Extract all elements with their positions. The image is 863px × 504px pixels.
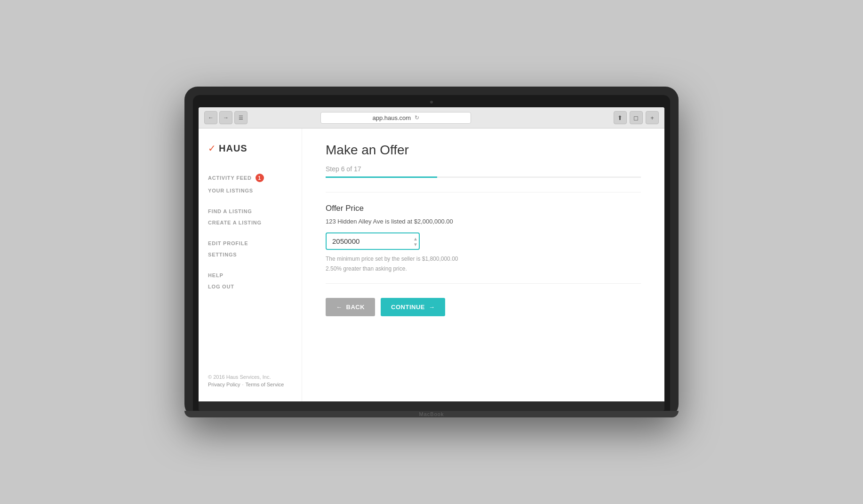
activity-feed-badge: 1	[256, 174, 264, 182]
main-content: Make an Offer Step 6 of 17 Offer Price 1…	[302, 128, 664, 401]
sidebar-item-activity-feed[interactable]: ACTIVITY FEED 1	[208, 171, 292, 185]
percent-helper: 2.50% greater than asking price.	[326, 265, 641, 272]
forward-nav-button[interactable]: →	[219, 111, 232, 124]
step-progress-fill	[326, 176, 437, 178]
browser-actions: ⬆ ◻ +	[614, 111, 659, 124]
listing-info-text: 123 Hidden Alley Ave is listed at $2,000…	[326, 218, 641, 225]
share-button[interactable]: ⬆	[614, 111, 627, 124]
top-divider	[326, 192, 641, 192]
address-bar[interactable]: app.haus.com ↻	[320, 112, 471, 124]
help-label: HELP	[208, 272, 224, 278]
terms-of-service-link[interactable]: Terms of Service	[246, 382, 284, 387]
laptop-frame: ← → ☰ app.haus.com ↻ ⬆ ◻ +	[184, 87, 679, 417]
privacy-policy-link[interactable]: Privacy Policy	[208, 382, 240, 387]
browser-toolbar: ← → ☰ app.haus.com ↻ ⬆ ◻ +	[199, 107, 664, 128]
sidebar: ✓ HAUS ACTIVITY FEED 1 YOUR LISTINGS	[199, 128, 302, 401]
laptop-base: MacBook	[184, 411, 679, 417]
browser-window: ← → ☰ app.haus.com ↻ ⬆ ◻ +	[199, 107, 664, 401]
screen-bezel: ← → ☰ app.haus.com ↻ ⬆ ◻ +	[193, 95, 670, 411]
nav-group-main: ACTIVITY FEED 1 YOUR LISTINGS	[208, 171, 292, 196]
find-listing-label: FIND A LISTING	[208, 208, 252, 214]
logo-text: HAUS	[219, 143, 248, 154]
continue-button-label: CONTINUE	[391, 304, 425, 311]
settings-label: SETTINGS	[208, 252, 237, 257]
sidebar-item-settings[interactable]: SETTINGS	[208, 249, 292, 260]
continue-button[interactable]: CONTINUE →	[381, 298, 445, 316]
create-listing-label: CREATE A LISTING	[208, 220, 262, 225]
sidebar-item-edit-profile[interactable]: EDIT PROFILE	[208, 238, 292, 249]
min-price-helper: The minimum price set by the seller is $…	[326, 255, 641, 264]
continue-arrow-icon: →	[429, 304, 435, 311]
offer-price-title: Offer Price	[326, 204, 641, 213]
back-nav-button[interactable]: ←	[204, 111, 217, 124]
footer-links: Privacy Policy · Terms of Service	[208, 382, 292, 387]
logo-icon: ✓	[208, 143, 216, 154]
sidebar-item-logout[interactable]: LOG OUT	[208, 281, 292, 292]
nav-group-listings: FIND A LISTING CREATE A LISTING	[208, 206, 292, 228]
spinner-down-icon[interactable]: ▼	[413, 241, 418, 247]
nav-group-account: EDIT PROFILE SETTINGS	[208, 238, 292, 260]
sidebar-item-help[interactable]: HELP	[208, 270, 292, 281]
logo-area: ✓ HAUS	[208, 143, 292, 154]
sidebar-item-create-listing[interactable]: CREATE A LISTING	[208, 217, 292, 228]
app-layout: ✓ HAUS ACTIVITY FEED 1 YOUR LISTINGS	[199, 128, 664, 401]
page-title: Make an Offer	[326, 143, 641, 158]
new-tab-button[interactable]: +	[646, 111, 659, 124]
back-button[interactable]: ← BACK	[326, 298, 375, 316]
sidebar-item-your-listings[interactable]: YOUR LISTINGS	[208, 185, 292, 196]
price-input[interactable]	[326, 232, 420, 250]
activity-feed-label: ACTIVITY FEED	[208, 175, 252, 181]
sidebar-item-find-listing[interactable]: FIND A LISTING	[208, 206, 292, 217]
footer-separator: ·	[242, 382, 243, 387]
bottom-divider	[326, 283, 641, 284]
camera	[430, 101, 433, 104]
edit-profile-label: EDIT PROFILE	[208, 240, 248, 246]
nav-group-support: HELP LOG OUT	[208, 270, 292, 292]
step-progress-bar	[326, 176, 641, 178]
back-arrow-icon: ←	[336, 304, 343, 311]
url-text: app.haus.com	[372, 114, 411, 121]
price-spinner[interactable]: ▲ ▼	[413, 236, 418, 247]
sidebar-footer: © 2016 Haus Services, Inc. Privacy Polic…	[208, 364, 292, 387]
step-text: Step 6 of 17	[326, 165, 641, 173]
duplicate-tab-button[interactable]: ◻	[630, 111, 643, 124]
tab-view-button[interactable]: ☰	[234, 111, 248, 124]
reload-icon[interactable]: ↻	[415, 114, 419, 121]
back-button-label: BACK	[346, 304, 365, 311]
spinner-up-icon[interactable]: ▲	[413, 236, 418, 241]
laptop-bottom-bezel	[199, 401, 664, 411]
copyright-text: © 2016 Haus Services, Inc.	[208, 373, 292, 382]
price-input-wrapper: ▲ ▼	[326, 232, 420, 250]
form-actions: ← BACK CONTINUE →	[326, 298, 641, 316]
nav-buttons: ← → ☰	[204, 111, 248, 124]
your-listings-label: YOUR LISTINGS	[208, 188, 253, 193]
logout-label: LOG OUT	[208, 284, 234, 289]
macbook-label: MacBook	[419, 411, 444, 417]
step-indicator: Step 6 of 17	[326, 165, 641, 178]
